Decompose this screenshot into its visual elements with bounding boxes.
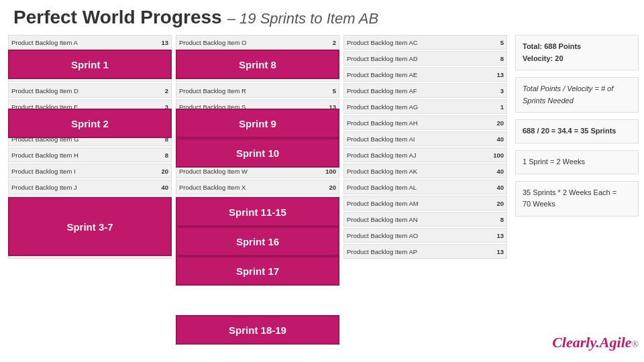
sprint-label: Sprint 2: [8, 109, 172, 138]
table-row: Product Backlog Item AE13: [343, 67, 507, 82]
calculation-box: 688 / 20 = 34.4 = 35 Sprints: [515, 119, 639, 143]
sprint-label: Sprint 10: [176, 138, 339, 168]
table-row: Product Backlog Item AH20: [343, 115, 507, 130]
table-row: Product Backlog Item AD8: [343, 51, 507, 66]
table-row: Product Backlog Item AN8: [343, 212, 507, 227]
page-title: Perfect World Progress – 19 Sprints to I…: [0, 0, 644, 32]
total-velocity-box: Total: 688 Points Velocity: 20: [515, 35, 639, 70]
sprint-label: Sprint 8: [176, 50, 339, 79]
table-row: Product Backlog Item AP13: [343, 244, 507, 259]
table-row: Product Backlog Item AO13: [343, 228, 507, 243]
table-row: Product Backlog Item AC5: [343, 35, 507, 50]
sprint-weeks-box: 1 Sprint = 2 Weeks: [515, 150, 639, 174]
column-3: Product Backlog Item AC5Product Backlog …: [343, 35, 507, 351]
table-row: Product Backlog Item R5: [176, 83, 339, 98]
table-row: Product Backlog Item AI40: [343, 131, 507, 146]
sprint-label: Sprint 9: [176, 109, 339, 138]
sprint-label: Sprint 17: [176, 256, 339, 286]
velocity: Velocity: 20: [523, 53, 631, 65]
table-row: Product Backlog Item I20: [8, 164, 172, 178]
table-row: Product Backlog Item A13: [8, 35, 172, 50]
sprint-label: Sprint 16: [176, 227, 339, 256]
table-row: Product Backlog Item J40: [8, 180, 172, 194]
column-1: Product Backlog Item A13Product Backlog …: [8, 35, 172, 351]
table-row: Product Backlog Item AG1: [343, 99, 507, 114]
sprint-label: Sprint 3-7: [8, 197, 172, 256]
table-row: Product Backlog Item X20: [176, 180, 339, 194]
sprint-label: Sprint 1: [8, 50, 172, 79]
main-content: Product Backlog Item A13Product Backlog …: [0, 32, 644, 354]
table-row: Product Backlog Item AK40: [343, 164, 507, 178]
table-row: Product Backlog Item D2: [8, 83, 172, 98]
table-row: Product Backlog Item H8: [8, 147, 172, 162]
total-weeks-box: 35 Sprints * 2 Weeks Each = 70 Weeks: [515, 181, 639, 217]
column-2: Product Backlog Item O2Product Backlog I…: [176, 35, 339, 351]
table-row: Product Backlog Item AF3: [343, 83, 507, 98]
total-points: Total: 688 Points: [523, 41, 631, 53]
formula-line2: Sprints Needed: [523, 95, 631, 107]
sprint-label: Sprint 11-15: [176, 197, 339, 227]
table-row: Product Backlog Item AL40: [343, 180, 507, 194]
table-row: Product Backlog Item AM20: [343, 196, 507, 210]
brand-logo: Clearly.Agile®: [515, 327, 639, 351]
formula-box: Total Points / Velocity = # of Sprints N…: [515, 77, 639, 113]
sprint-label: Sprint 18-19: [176, 315, 339, 345]
right-panel: Total: 688 Points Velocity: 20 Total Poi…: [511, 35, 639, 351]
table-row: Product Backlog Item AJ100: [343, 147, 507, 162]
formula-line1: Total Points / Velocity = # of: [523, 83, 631, 95]
table-row: Product Backlog Item O2: [176, 35, 339, 50]
